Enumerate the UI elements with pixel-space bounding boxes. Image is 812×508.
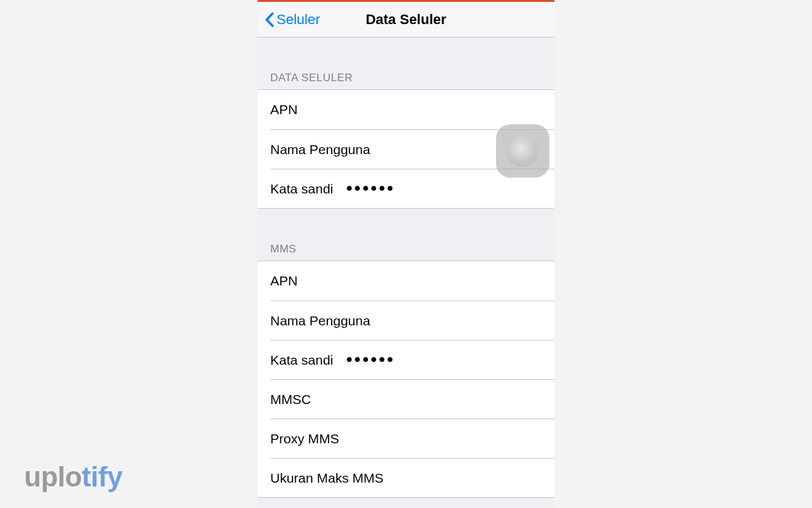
row-value: ●●●●●● <box>346 181 395 195</box>
watermark-part1: uplo <box>24 461 82 492</box>
row-label: Proxy MMS <box>270 431 339 446</box>
section-header-mms: MMS <box>258 243 554 261</box>
settings-group-mms: APN Nama Pengguna Kata sandi ●●●●●● MMSC… <box>258 261 554 498</box>
row-label: APN <box>270 273 298 289</box>
watermark: uplotify <box>24 461 122 493</box>
row-label: Ukuran Maks MMS <box>270 471 384 486</box>
row-mms-proxy[interactable]: Proxy MMS <box>270 419 554 458</box>
page-title: Data Seluler <box>365 11 446 28</box>
row-mms-mmsc[interactable]: MMSC <box>270 379 554 419</box>
row-mms-maxsize[interactable]: Ukuran Maks MMS <box>270 458 554 497</box>
phone-screen: Seluler Data Seluler DATA SELULER APN Na… <box>258 0 554 508</box>
row-label: Nama Pengguna <box>270 313 370 329</box>
row-label: Kata sandi <box>270 181 333 197</box>
row-label: Kata sandi <box>270 353 333 368</box>
back-button[interactable]: Seluler <box>265 11 320 28</box>
row-label: MMSC <box>270 392 311 407</box>
navigation-bar: Seluler Data Seluler <box>258 2 554 37</box>
assistive-touch-icon <box>508 136 537 166</box>
row-mms-password[interactable]: Kata sandi ●●●●●● <box>270 340 554 379</box>
chevron-left-icon <box>265 12 274 27</box>
assistive-touch-button[interactable] <box>496 124 549 178</box>
row-cellular-apn[interactable]: APN <box>258 90 554 129</box>
row-value: ●●●●●● <box>346 353 395 366</box>
section-header-cellular: DATA SELULER <box>258 72 554 89</box>
row-label: APN <box>270 102 298 117</box>
watermark-part2: tify <box>82 461 122 492</box>
row-label: Nama Pengguna <box>270 142 370 157</box>
back-label: Seluler <box>277 11 320 28</box>
row-mms-username[interactable]: Nama Pengguna <box>270 301 554 340</box>
row-mms-apn[interactable]: APN <box>258 261 554 301</box>
